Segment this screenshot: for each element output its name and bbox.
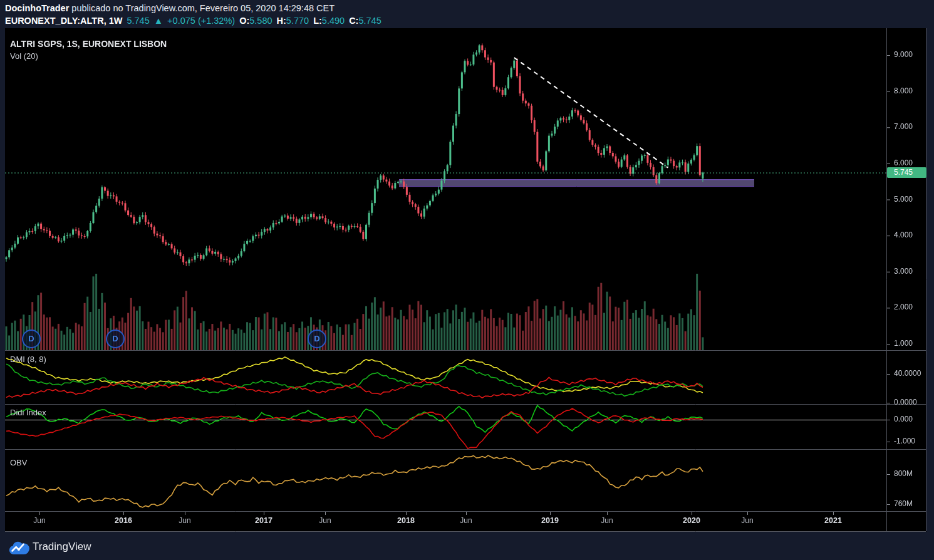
author-name: DocinhoTrader [5,3,69,13]
price-tick-label: 9.000 [894,50,913,59]
obv-tick-label: 760M [894,499,913,508]
time-tick-label: 2020 [683,516,700,525]
time-tick-label: 2019 [541,516,559,525]
published-line: DocinhoTrader publicado no TradingView.c… [5,3,335,13]
price-tick-label: 8.000 [894,86,913,95]
time-tick-label: Jun [460,516,472,525]
price-change: +0.075 (+1.32%) [167,16,235,26]
time-tick-label: 2018 [397,516,415,525]
open-value: 5.580 [249,16,272,26]
dmi-pane-label[interactable]: DMI (8, 8) [10,355,46,364]
close-value: 5.745 [358,16,381,26]
chart-widget: ALTRI SGPS, 1S, EURONEXT LISBON Vol (20)… [5,28,926,532]
tradingview-logo-icon[interactable] [8,540,29,558]
last-price-badge: 5.745 [887,167,926,178]
dividend-marker[interactable]: D [308,329,326,348]
price-tick-label: 6.000 [894,158,913,167]
footer-bar: TradingView [0,536,934,560]
chart-legend-title[interactable]: ALTRI SGPS, 1S, EURONEXT LISBON [10,39,167,49]
obv-pane-label[interactable]: OBV [10,458,27,467]
time-axis[interactable]: Jun2016Jun2017Jun2018Jun2019Jun2020Jun20… [5,512,926,532]
price-tick-label: 5.000 [894,195,913,204]
price-tick-label: 7.000 [894,122,913,131]
price-tick-label: 3.000 [894,267,913,276]
didi-pane-label[interactable]: Didi Index [10,408,46,417]
price-tick-label: 2.000 [894,303,913,311]
price-tick-label: 4.000 [894,231,913,239]
time-tick-label: Jun [33,516,45,525]
dividend-marker[interactable]: D [22,329,41,348]
time-tick-label: 2017 [255,516,272,525]
high-label: H: [277,16,286,26]
dividend-marker[interactable]: D [106,329,125,348]
didi-tick-label: 0.000 [894,415,913,423]
time-tick-label: 2016 [115,516,132,525]
published-text: publicado no TradingView.com, Fevereiro … [69,3,335,13]
symbol-line: EURONEXT_DLY:ALTR, 1W5.745▲+0.075 (+1.32… [5,16,381,26]
price-tick-label: 1.000 [894,339,913,348]
volume-indicator-label[interactable]: Vol (20) [10,51,38,61]
time-tick-label: Jun [179,516,190,525]
time-tick-label: Jun [601,516,613,525]
dmi-tick-label: 40.0000 [894,369,921,378]
low-label: L: [313,16,322,26]
open-label: O: [239,16,249,26]
tradingview-wordmark[interactable]: TradingView [33,541,91,553]
time-tick-label: Jun [319,516,331,525]
didi-tick-label: -1.000 [894,437,915,445]
chart-canvas[interactable] [5,28,926,532]
up-arrow-icon: ▲ [154,16,163,26]
close-label: C: [349,16,358,26]
obv-tick-label: 800M [894,469,913,478]
symbol-name: EURONEXT_DLY:ALTR, 1W [5,16,122,26]
header-bar: DocinhoTrader publicado no TradingView.c… [0,0,934,28]
time-tick-label: Jun [741,516,753,525]
time-tick-label: 2021 [824,516,842,525]
last-price: 5.745 [127,16,149,26]
dmi-tick-label: 0.0000 [894,398,917,407]
high-value: 5.770 [286,16,309,26]
low-value: 5.490 [322,16,345,26]
